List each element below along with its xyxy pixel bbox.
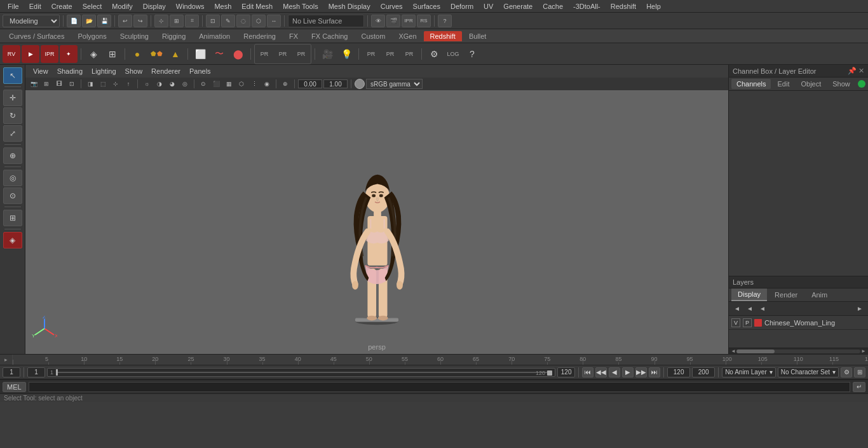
tab-rendering[interactable]: Rendering: [237, 31, 282, 41]
show-manip-btn[interactable]: ⊙: [3, 187, 22, 204]
rs-icon-1[interactable]: RV: [3, 45, 20, 63]
select-tool-btn[interactable]: ↖: [3, 67, 22, 84]
render-settings-btn[interactable]: 🎬: [386, 15, 400, 27]
menu-cache[interactable]: Cache: [538, 1, 568, 11]
vp-resolution-btn[interactable]: ⊡: [66, 79, 78, 89]
menu-display[interactable]: Display: [138, 1, 171, 11]
rs-mat1-btn[interactable]: PR: [362, 45, 380, 63]
vp-menu-show[interactable]: Show: [121, 67, 147, 75]
pr1-btn[interactable]: PR: [255, 45, 273, 63]
frame-slider[interactable]: 1 120: [47, 368, 555, 377]
menu-edit-mesh[interactable]: Edit Mesh: [236, 1, 278, 11]
vp-tex-btn[interactable]: ▦: [223, 79, 234, 89]
vp-shade-btn[interactable]: ◨: [85, 79, 96, 89]
max-frame-input[interactable]: [692, 367, 715, 377]
layer-row-0[interactable]: V P Chinese_Woman_Ling: [729, 316, 868, 330]
vp-menu-renderer[interactable]: Renderer: [147, 67, 184, 75]
vp-dof-btn[interactable]: ◎: [179, 79, 191, 89]
cube-icon[interactable]: ⬜: [191, 45, 209, 63]
menu-select[interactable]: Select: [78, 1, 107, 11]
vp-cam2-btn[interactable]: ⊕: [280, 79, 291, 89]
vp-menu-view[interactable]: View: [29, 67, 52, 75]
snap-grid-btn[interactable]: ⊞: [170, 15, 184, 27]
menu-3dtoall[interactable]: -3DtoAll-: [568, 1, 606, 11]
play-back-btn[interactable]: ◀: [609, 367, 620, 377]
step-fwd-btn[interactable]: ▶▶: [635, 367, 647, 377]
rs-btn[interactable]: RS: [417, 15, 431, 27]
timeline[interactable]: ▸ 05101520253035404550556065707580859095…: [0, 354, 868, 365]
cam-look-btn[interactable]: 👁: [371, 15, 385, 27]
tab-xgen[interactable]: XGen: [392, 31, 423, 41]
menu-modify[interactable]: Modify: [107, 1, 137, 11]
ipr-btn[interactable]: IPR: [402, 15, 416, 27]
vp-bb-btn[interactable]: ⬛: [210, 79, 222, 89]
select-by-type-btn[interactable]: ⊡: [206, 15, 220, 27]
tab-edit[interactable]: Edit: [772, 79, 794, 89]
tab-fx[interactable]: FX: [283, 31, 304, 41]
redo-btn[interactable]: ↪: [133, 15, 147, 27]
menu-edit[interactable]: Edit: [24, 1, 46, 11]
vp-hud-btn[interactable]: ◉: [261, 79, 273, 89]
play-fwd-btn[interactable]: ▶: [622, 367, 634, 377]
mode-selector[interactable]: Modeling: [3, 15, 60, 27]
tab-redshift[interactable]: Redshift: [424, 31, 462, 41]
snap-curve-btn[interactable]: ⌗: [185, 15, 199, 27]
vp-ao-btn[interactable]: ◕: [166, 79, 178, 89]
vp-menu-lighting[interactable]: Lighting: [88, 67, 120, 75]
panel-close-btn[interactable]: ✕: [858, 67, 864, 75]
scrollbar-thumb[interactable]: [736, 350, 775, 353]
tab-fx-caching[interactable]: FX Caching: [305, 31, 354, 41]
mel-btn[interactable]: MEL: [3, 382, 26, 392]
step-back-btn[interactable]: ◀◀: [595, 367, 607, 377]
tab-object[interactable]: Object: [796, 79, 826, 89]
rs-settings-btn[interactable]: ⚙: [425, 45, 443, 63]
rs-icon-3[interactable]: ✦: [60, 45, 78, 63]
tab-custom[interactable]: Custom: [355, 31, 392, 41]
undo-btn[interactable]: ↩: [118, 15, 132, 27]
layer-tab-display[interactable]: Display: [731, 288, 767, 301]
rs-mat2-btn[interactable]: PR: [381, 45, 399, 63]
layer-arrow-left2[interactable]: ◄: [744, 304, 756, 314]
menu-mesh-tools[interactable]: Mesh Tools: [278, 1, 323, 11]
menu-curves[interactable]: Curves: [376, 1, 408, 11]
layer-tab-anim[interactable]: Anim: [805, 289, 834, 301]
paint-btn[interactable]: ✎: [221, 15, 235, 27]
pb-extra-btn[interactable]: ⊞: [854, 367, 865, 377]
shape-cone[interactable]: ▲: [166, 45, 184, 63]
scroll-left-arrow[interactable]: ◄: [730, 348, 736, 355]
range-end-input[interactable]: [557, 367, 575, 377]
layer-arrow-right[interactable]: ►: [854, 304, 865, 314]
shape-sphere[interactable]: ●: [128, 45, 146, 63]
universal-manip-btn[interactable]: ⊕: [3, 147, 22, 164]
select-btn[interactable]: ⊹: [154, 15, 168, 27]
vp-menu-panels[interactable]: Panels: [186, 67, 215, 75]
shape-grid[interactable]: ⊞: [104, 45, 121, 63]
skip-to-start-btn[interactable]: ⏮: [582, 367, 593, 377]
menu-generate[interactable]: Generate: [498, 1, 538, 11]
open-file-btn[interactable]: 📂: [82, 15, 96, 27]
menu-deform[interactable]: Deform: [445, 1, 478, 11]
color-indicator[interactable]: [858, 80, 865, 88]
vp-light-btn[interactable]: ☼: [141, 79, 153, 89]
marquee-btn[interactable]: ⬡: [252, 15, 266, 27]
vp-pts-btn[interactable]: ⊹: [110, 79, 121, 89]
menu-create[interactable]: Create: [46, 1, 78, 11]
vp-menu-shading[interactable]: Shading: [53, 67, 86, 75]
shape-obj[interactable]: ⬟ ⬟: [147, 45, 165, 63]
scroll-right-arrow[interactable]: ►: [860, 348, 867, 355]
rs-mat3-btn[interactable]: PR: [400, 45, 418, 63]
rotate-tool-btn[interactable]: ↻: [3, 107, 22, 124]
tab-show[interactable]: Show: [827, 79, 855, 89]
vp-wire-btn[interactable]: ⬚: [97, 79, 109, 89]
end-frame-input[interactable]: [667, 367, 690, 377]
menu-file[interactable]: File: [3, 1, 24, 11]
skip-to-end-btn[interactable]: ⏭: [649, 367, 660, 377]
snap-pivot-btn[interactable]: ⊞: [3, 210, 22, 226]
panel-pin-btn[interactable]: 📌: [848, 67, 857, 75]
menu-uv[interactable]: UV: [478, 1, 498, 11]
layer-visibility-v[interactable]: V: [731, 318, 740, 327]
new-file-btn[interactable]: 📄: [67, 15, 81, 27]
range-start-input[interactable]: [27, 367, 45, 377]
anim-layer-dropdown[interactable]: No Anim Layer ▾: [722, 367, 776, 377]
vp-x-input[interactable]: [298, 79, 322, 88]
